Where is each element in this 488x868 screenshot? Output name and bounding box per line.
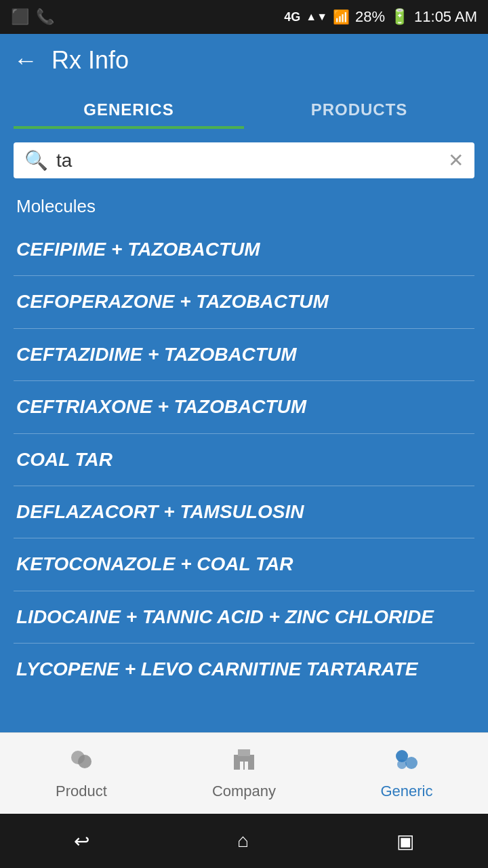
nav-product[interactable]: Product bbox=[0, 733, 163, 814]
list-item[interactable]: LIDOCAINE + TANNIC ACID + ZINC CHLORIDE bbox=[14, 591, 474, 644]
svg-point-7 bbox=[405, 757, 418, 769]
header: ← Rx Info bbox=[0, 34, 488, 87]
svg-rect-4 bbox=[240, 762, 243, 770]
search-input[interactable] bbox=[56, 150, 440, 172]
network-type: 4G bbox=[284, 10, 300, 24]
svg-point-1 bbox=[78, 755, 92, 768]
molecule-name: CEFTAZIDIME + TAZOBACTUM bbox=[16, 344, 296, 365]
screen-icon: ⬛ bbox=[11, 8, 29, 26]
time-display: 11:05 AM bbox=[414, 8, 477, 26]
signal-bars: 📶 bbox=[333, 9, 350, 25]
list-item[interactable]: KETOCONAZOLE + COAL TAR bbox=[14, 538, 474, 591]
status-bar-left: ⬛ 📞 bbox=[11, 8, 54, 26]
phone-icon: 📞 bbox=[36, 8, 54, 26]
back-button[interactable]: ← bbox=[14, 48, 38, 73]
svg-rect-2 bbox=[234, 755, 254, 770]
list-item[interactable]: CEFTAZIDIME + TAZOBACTUM bbox=[14, 329, 474, 381]
nav-generic[interactable]: Generic bbox=[325, 733, 488, 814]
nav-company-label: Company bbox=[212, 783, 276, 800]
svg-rect-3 bbox=[238, 749, 250, 756]
molecule-name: CEFOPERAZONE + TAZOBACTUM bbox=[16, 291, 329, 312]
molecule-name: CEFTRIAXONE + TAZOBACTUM bbox=[16, 396, 306, 417]
molecule-name: COAL TAR bbox=[16, 449, 113, 470]
list-item[interactable]: LYCOPENE + LEVO CARNITINE TARTARATE bbox=[14, 644, 474, 695]
tab-bar: GENERICS PRODUCTS bbox=[0, 87, 488, 129]
molecule-name: KETOCONAZOLE + COAL TAR bbox=[16, 553, 293, 574]
search-container: 🔍 ✕ bbox=[0, 129, 488, 185]
molecule-name: CEFIPIME + TAZOBACTUM bbox=[16, 239, 260, 260]
molecule-name: LYCOPENE + LEVO CARNITINE TARTARATE bbox=[16, 658, 418, 679]
company-icon bbox=[231, 747, 257, 778]
product-icon bbox=[68, 747, 94, 778]
tab-products[interactable]: PRODUCTS bbox=[244, 87, 474, 129]
svg-point-8 bbox=[397, 760, 407, 769]
clear-search-icon[interactable]: ✕ bbox=[448, 149, 464, 172]
nav-product-label: Product bbox=[56, 783, 107, 800]
battery-percent: 28% bbox=[355, 8, 385, 26]
list-item[interactable]: DEFLAZACORT + TAMSULOSIN bbox=[14, 486, 474, 538]
system-back-button[interactable]: ↩ bbox=[74, 830, 89, 852]
status-bar: ⬛ 📞 4G ▲▼ 📶 28% 🔋 11:05 AM bbox=[0, 0, 488, 34]
molecule-name: DEFLAZACORT + TAMSULOSIN bbox=[16, 501, 304, 522]
system-home-button[interactable]: ⌂ bbox=[237, 830, 249, 852]
molecule-list: CEFIPIME + TAZOBACTUM CEFOPERAZONE + TAZ… bbox=[14, 224, 474, 696]
search-box: 🔍 ✕ bbox=[14, 142, 474, 178]
bottom-navigation: Product Company Generic bbox=[0, 732, 488, 814]
nav-generic-label: Generic bbox=[380, 783, 432, 800]
list-item[interactable]: COAL TAR bbox=[14, 434, 474, 486]
list-item[interactable]: CEFOPERAZONE + TAZOBACTUM bbox=[14, 276, 474, 328]
page-title: Rx Info bbox=[52, 46, 129, 75]
list-item[interactable]: CEFIPIME + TAZOBACTUM bbox=[14, 224, 474, 276]
tab-generics[interactable]: GENERICS bbox=[14, 87, 244, 129]
system-recent-button[interactable]: ▣ bbox=[396, 830, 414, 852]
nav-company[interactable]: Company bbox=[163, 733, 325, 814]
generic-icon bbox=[394, 747, 420, 778]
section-label: Molecules bbox=[14, 196, 474, 217]
search-icon: 🔍 bbox=[24, 149, 48, 172]
content-area: Molecules CEFIPIME + TAZOBACTUM CEFOPERA… bbox=[0, 185, 488, 732]
svg-rect-5 bbox=[245, 762, 248, 770]
list-item[interactable]: CEFTRIAXONE + TAZOBACTUM bbox=[14, 381, 474, 433]
molecule-name: LIDOCAINE + TANNIC ACID + ZINC CHLORIDE bbox=[16, 606, 434, 627]
system-nav-bar: ↩ ⌂ ▣ bbox=[0, 814, 488, 868]
signal-arrows: ▲▼ bbox=[306, 11, 327, 23]
battery-icon: 🔋 bbox=[390, 8, 409, 26]
